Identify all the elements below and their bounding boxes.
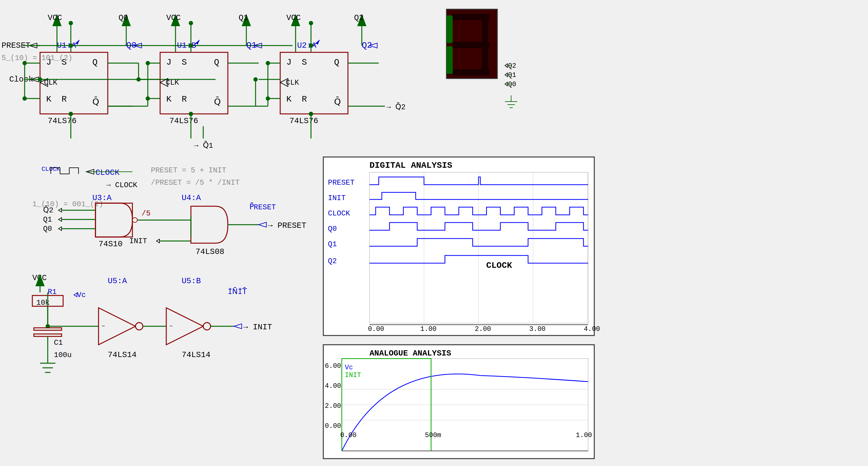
svg-text:74S10: 74S10	[98, 240, 123, 249]
svg-text:Vc: Vc	[77, 291, 86, 299]
svg-text:100u: 100u	[54, 351, 72, 359]
svg-text:Q0: Q0	[508, 81, 516, 88]
svg-point-19	[55, 21, 59, 25]
svg-text:500m: 500m	[425, 432, 441, 439]
svg-text:S: S	[182, 58, 187, 67]
svg-text:Q0: Q0	[328, 225, 337, 233]
svg-point-106	[293, 21, 298, 25]
svg-text:J: J	[286, 58, 291, 67]
svg-point-118	[266, 61, 270, 65]
svg-text:74LS08: 74LS08	[195, 247, 224, 256]
svg-text:Q: Q	[334, 58, 339, 67]
svg-point-122	[309, 112, 313, 116]
svg-point-24	[69, 43, 73, 48]
svg-text:Vc: Vc	[345, 364, 353, 372]
svg-point-120	[266, 96, 270, 101]
svg-point-107	[309, 43, 313, 48]
svg-text:1.00: 1.00	[420, 325, 437, 333]
svg-text:~: ~	[102, 323, 105, 329]
svg-text:Q1: Q1	[239, 13, 248, 23]
svg-point-30	[38, 77, 42, 82]
svg-text:→ Q̄1: → Q̄1	[194, 141, 213, 150]
svg-text:4.00: 4.00	[584, 325, 600, 333]
svg-text:2.00: 2.00	[475, 325, 491, 333]
svg-text:DIGITAL ANALYSIS: DIGITAL ANALYSIS	[370, 161, 452, 170]
svg-text:~: ~	[169, 323, 173, 329]
svg-point-44	[69, 112, 73, 116]
svg-text:Q2: Q2	[354, 13, 364, 23]
svg-point-35	[23, 96, 27, 101]
svg-text:S: S	[302, 58, 307, 67]
svg-text:VCC: VCC	[166, 13, 181, 23]
svg-text:U5:A: U5:A	[108, 276, 127, 286]
svg-point-64	[189, 43, 193, 48]
svg-text:U4:A: U4:A	[182, 193, 201, 203]
svg-text:VCC: VCC	[286, 13, 301, 23]
svg-text:P̄RESET: P̄RESET	[249, 203, 276, 212]
svg-point-105	[309, 21, 313, 25]
svg-text:Q: Q	[214, 58, 219, 67]
svg-text:6.00: 6.00	[325, 362, 341, 370]
svg-point-18	[69, 21, 73, 25]
svg-point-62	[189, 21, 193, 25]
svg-text:4.00: 4.00	[325, 382, 341, 390]
svg-text:Q2: Q2	[508, 62, 516, 70]
svg-text:U3:A: U3:A	[92, 193, 112, 203]
svg-text:Q1: Q1	[328, 240, 337, 248]
svg-text:74LS76: 74LS76	[169, 116, 198, 126]
svg-text:→ PRESET: → PRESET	[268, 221, 306, 230]
svg-text:Q̄: Q̄	[214, 97, 221, 107]
svg-text:→ CLOCK: → CLOCK	[106, 181, 137, 189]
svg-text:INIT: INIT	[328, 194, 346, 202]
svg-text:K: K	[46, 94, 52, 104]
svg-text:CLOCK: CLOCK	[328, 209, 350, 218]
svg-text:C1: C1	[54, 339, 63, 347]
svg-rect-132	[453, 42, 490, 48]
svg-text:Q0: Q0	[43, 225, 52, 233]
svg-rect-129	[453, 69, 490, 75]
svg-rect-223	[370, 173, 588, 323]
svg-text:5_(10) = 101_(2): 5_(10) = 101_(2)	[2, 54, 72, 62]
svg-text:Q̄2: Q̄2	[43, 206, 53, 215]
svg-text:U5:B: U5:B	[182, 276, 201, 286]
svg-text:PRESET = 5 + INIT: PRESET = 5 + INIT	[151, 166, 226, 175]
svg-point-63	[173, 21, 178, 25]
svg-point-87	[253, 77, 258, 82]
svg-point-81	[189, 112, 193, 116]
svg-text:0.00: 0.00	[325, 422, 341, 430]
svg-text:74LS76: 74LS76	[289, 116, 318, 126]
svg-text:1.00: 1.00	[576, 432, 592, 439]
svg-text:74LS76: 74LS76	[48, 116, 77, 126]
svg-text:Q̄: Q̄	[334, 97, 341, 107]
svg-text:K: K	[286, 94, 291, 104]
svg-text:/PRESET = /5 * /INIT: /PRESET = /5 * /INIT	[151, 179, 240, 187]
svg-text:INIT: INIT	[345, 372, 361, 379]
svg-text:R: R	[302, 94, 307, 104]
svg-text:Q0: Q0	[119, 13, 128, 23]
svg-text:74LS14: 74LS14	[108, 350, 137, 360]
svg-text:CLOCK: CLOCK	[95, 168, 120, 177]
svg-text:Q2: Q2	[328, 257, 337, 265]
svg-text:J: J	[166, 58, 172, 67]
svg-text:R: R	[182, 94, 187, 104]
svg-text:/5: /5	[142, 209, 151, 218]
svg-point-202	[135, 322, 143, 330]
svg-text:74LS14: 74LS14	[182, 350, 211, 360]
svg-text:PRESET: PRESET	[328, 179, 354, 187]
svg-point-79	[146, 96, 150, 101]
svg-text:→ Q̄2: → Q̄2	[386, 102, 405, 112]
svg-text:Q: Q	[92, 58, 98, 67]
main-canvas: J S Q K R Q̄ CLK 74LS76 U1:A VCC PRESET …	[0, 0, 868, 466]
svg-text:K: K	[166, 94, 172, 104]
svg-text:0.00: 0.00	[340, 432, 356, 439]
svg-text:Q1: Q1	[508, 71, 516, 79]
svg-text:INIT: INIT	[129, 237, 147, 245]
svg-text:3.00: 3.00	[529, 325, 546, 333]
svg-rect-127	[482, 15, 488, 43]
svg-point-77	[146, 61, 150, 65]
svg-text:ANALOGUE ANALYSIS: ANALOGUE ANALYSIS	[370, 349, 451, 358]
svg-text:0.00: 0.00	[368, 325, 384, 333]
svg-rect-130	[446, 46, 453, 74]
svg-rect-131	[446, 15, 453, 43]
svg-text:VCC: VCC	[48, 13, 62, 23]
